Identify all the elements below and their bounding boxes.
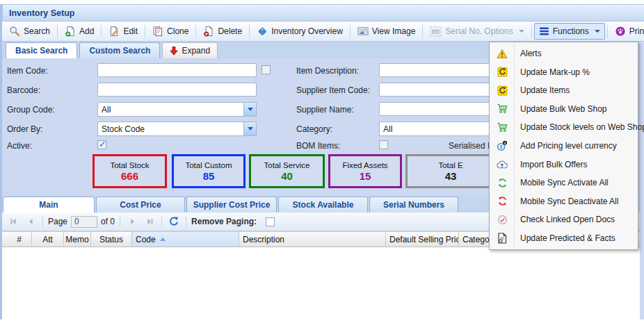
- remove-paging-checkbox[interactable]: [266, 217, 275, 226]
- column-header-memo[interactable]: Memo: [64, 232, 91, 247]
- print-button[interactable]: Print: [610, 23, 644, 40]
- tab-main[interactable]: Main: [3, 197, 95, 212]
- tab-stock-available[interactable]: Stock Available: [278, 197, 368, 212]
- refresh-button[interactable]: [167, 215, 181, 228]
- total-stock-label: Total Stock: [110, 161, 149, 169]
- functions-button[interactable]: Functions: [534, 23, 605, 40]
- tab-cost-price[interactable]: Cost Price: [96, 197, 185, 212]
- menu-item-update-predicted-facts[interactable]: Update Predicted & Facts: [490, 228, 638, 247]
- column-label: Status: [99, 235, 123, 244]
- add-button[interactable]: Add: [60, 23, 99, 40]
- column-header-att[interactable]: Att: [32, 232, 64, 247]
- tag-icon: [257, 26, 268, 37]
- item-code-checkbox[interactable]: [261, 65, 271, 74]
- search-icon: [9, 26, 20, 37]
- pager-separator: [120, 216, 120, 227]
- item-code-input[interactable]: [97, 63, 257, 77]
- first-page-button[interactable]: [6, 215, 20, 228]
- view-image-label: View Image: [372, 26, 415, 36]
- prev-page-button[interactable]: [24, 215, 38, 228]
- cart-green-icon: [493, 122, 511, 133]
- toolbar-separator: [607, 25, 608, 38]
- inventory-overview-label: Inventory Overview: [271, 26, 343, 36]
- category-value: All: [383, 124, 392, 134]
- update-yellow-icon: [493, 85, 511, 96]
- clone-button[interactable]: Clone: [147, 23, 193, 40]
- menu-item-label: Update Items: [520, 85, 570, 95]
- search-button[interactable]: Search: [4, 23, 55, 40]
- order-by-value: Stock Code: [102, 124, 145, 134]
- inventory-overview-button[interactable]: Inventory Overview: [252, 23, 348, 40]
- menu-item-update-bulk-web-shop[interactable]: Update Bulk Web Shop: [490, 100, 638, 119]
- cloud-upload-icon: [493, 160, 511, 169]
- tab-serial-numbers[interactable]: Serial Numbers: [369, 197, 458, 212]
- column-header-default-selling-price[interactable]: Default Selling Pric: [386, 232, 459, 247]
- next-page-button[interactable]: [125, 215, 139, 228]
- chevron-down-icon[interactable]: [243, 122, 256, 135]
- menu-item-mobile-sync-activate-all[interactable]: Mobile Sync Activate All: [490, 174, 638, 192]
- toolbar-separator: [195, 25, 196, 38]
- update-yellow-icon: [493, 67, 511, 77]
- menu-item-mobile-sync-deactivate-all[interactable]: Mobile Sync Deactivate All: [490, 192, 638, 210]
- last-page-button[interactable]: [143, 215, 156, 228]
- menu-item-update-items[interactable]: Update Items: [490, 81, 638, 100]
- tab-basic-search-label: Basic Search: [15, 46, 67, 56]
- serial-no-options-label: Serial No. Options: [445, 26, 513, 36]
- total-stock-value: 666: [121, 170, 138, 182]
- bom-items-checkbox[interactable]: [379, 140, 388, 149]
- column-header-description[interactable]: Description: [239, 232, 386, 247]
- menu-item-update-markup[interactable]: Update Mark-up %: [490, 63, 638, 82]
- total-service-box: Total Service 40: [249, 154, 325, 188]
- barcode-input[interactable]: [97, 83, 257, 97]
- print-icon: [615, 26, 626, 37]
- menu-item-add-pricing-level-currency[interactable]: $ Add Pricing level currency: [490, 137, 638, 156]
- chevron-down-icon: [595, 30, 600, 33]
- column-header-status[interactable]: Status: [91, 232, 132, 247]
- edit-button[interactable]: Edit: [104, 23, 143, 40]
- grid-body[interactable]: [4, 247, 640, 319]
- menu-item-label: Update Stock levels on Web Shop: [520, 122, 644, 132]
- cart-green-icon: [493, 103, 511, 114]
- group-code-select[interactable]: All: [97, 102, 257, 117]
- edit-icon: [108, 26, 120, 37]
- bom-items-label: BOM Items:: [296, 141, 340, 151]
- page-title: Inventory Setup: [9, 8, 74, 18]
- toolbar-separator: [350, 25, 351, 38]
- page-label: Page: [48, 217, 67, 226]
- chevron-down-icon: [519, 30, 524, 33]
- delete-button[interactable]: Delete: [198, 23, 247, 40]
- order-by-select[interactable]: Stock Code: [97, 122, 257, 136]
- add-button-label: Add: [79, 26, 94, 36]
- chevron-down-icon[interactable]: [243, 103, 256, 116]
- category-label: Category:: [296, 124, 332, 134]
- menu-item-update-stock-levels-web-shop[interactable]: Update Stock levels on Web Shop: [490, 118, 638, 137]
- tab-custom-search[interactable]: Custom Search: [79, 42, 160, 58]
- column-label: Att: [42, 235, 53, 244]
- column-header-number[interactable]: #: [7, 232, 32, 247]
- tab-supplier-cost-price[interactable]: Supplier Cost Price: [186, 197, 277, 212]
- menu-item-check-linked-open-docs[interactable]: Check Linked Open Docs: [490, 210, 638, 229]
- tab-basic-search[interactable]: Basic Search: [6, 42, 77, 58]
- menu-item-alerts[interactable]: Alerts: [490, 44, 638, 63]
- serial-no-options-button[interactable]: Serial No. Options: [425, 24, 529, 40]
- edit-button-label: Edit: [123, 26, 138, 36]
- add-icon: [65, 26, 76, 37]
- delete-button-label: Delete: [218, 26, 242, 36]
- tab-main-label: Main: [39, 200, 58, 210]
- toolbar-separator: [249, 25, 250, 38]
- column-label: Memo: [65, 235, 88, 244]
- active-checkbox[interactable]: [97, 140, 106, 149]
- column-label: Code: [136, 235, 156, 244]
- expand-button-label: Expand: [182, 46, 210, 56]
- view-image-button[interactable]: View Image: [353, 23, 420, 40]
- menu-item-import-bulk-offers[interactable]: Import Bulk Offers: [490, 155, 638, 174]
- item-description-label: Item Description:: [296, 66, 359, 76]
- page-number-input[interactable]: [71, 216, 97, 228]
- sync-green-icon: [493, 178, 511, 188]
- expand-button[interactable]: Expand: [162, 42, 218, 58]
- column-header-code[interactable]: Code: [132, 232, 239, 247]
- total-e-label: Total E: [438, 161, 462, 169]
- image-icon: [357, 26, 369, 37]
- column-label: Description: [243, 235, 284, 244]
- pager-separator: [42, 216, 43, 227]
